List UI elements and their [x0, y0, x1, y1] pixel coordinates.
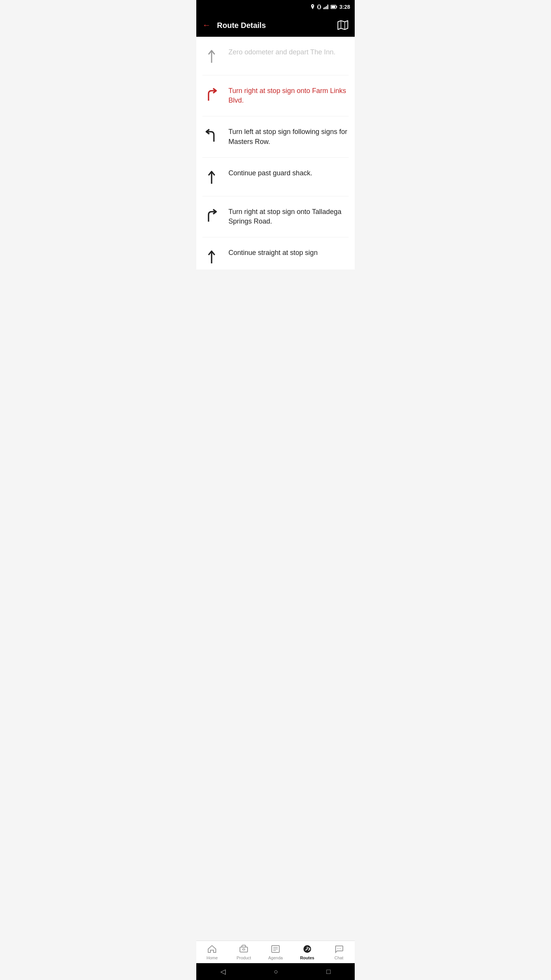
route-item-4: Continue past guard shack.	[202, 158, 349, 196]
svg-rect-2	[321, 6, 321, 8]
svg-rect-8	[336, 6, 337, 8]
arrow-up-black-icon	[206, 170, 217, 185]
svg-rect-3	[323, 8, 324, 9]
back-button[interactable]: ←	[202, 20, 211, 30]
vibrate-icon	[317, 4, 321, 10]
svg-rect-1	[317, 6, 318, 8]
route-icon-4	[202, 168, 221, 185]
svg-rect-5	[326, 6, 327, 9]
svg-rect-0	[318, 5, 320, 9]
route-text-2: Turn right at stop sign onto Farm Links …	[228, 86, 349, 105]
route-list: Zero odometer and depart The Inn. Turn r…	[196, 37, 355, 270]
status-bar: 3:28	[196, 0, 355, 14]
status-icons: 3:28	[310, 4, 350, 10]
route-item-6: Continue straight at stop sign	[202, 237, 349, 270]
route-icon-1	[202, 47, 221, 64]
location-icon	[310, 4, 315, 10]
battery-icon	[331, 5, 337, 9]
route-item-2: Turn right at stop sign onto Farm Links …	[202, 75, 349, 116]
arrow-right-black-icon	[204, 209, 219, 224]
route-text-5: Turn right at stop sign onto Talladega S…	[228, 207, 349, 226]
signal-icon	[323, 5, 329, 9]
page-title: Route Details	[217, 21, 337, 30]
app-header: ← Route Details	[196, 14, 355, 37]
route-icon-2	[202, 86, 221, 103]
arrow-up-gray-icon	[206, 49, 217, 64]
route-icon-5	[202, 207, 221, 224]
route-item-1: Zero odometer and depart The Inn.	[202, 37, 349, 75]
route-icon-6	[202, 248, 221, 265]
status-time: 3:28	[339, 4, 350, 10]
svg-rect-6	[327, 5, 328, 9]
map-icon[interactable]	[337, 20, 349, 30]
svg-rect-9	[331, 6, 335, 8]
route-icon-3	[202, 127, 221, 144]
route-text-3: Turn left at stop sign following signs f…	[228, 127, 349, 146]
arrow-left-icon	[204, 129, 219, 144]
svg-rect-4	[324, 7, 326, 9]
route-item-3: Turn left at stop sign following signs f…	[202, 116, 349, 157]
route-text-1: Zero odometer and depart The Inn.	[228, 47, 349, 57]
route-item-5: Turn right at stop sign onto Talladega S…	[202, 196, 349, 237]
route-text-6: Continue straight at stop sign	[228, 248, 349, 258]
arrow-up-black2-icon	[206, 250, 217, 265]
route-text-4: Continue past guard shack.	[228, 168, 349, 178]
route-details-content: Zero odometer and depart The Inn. Turn r…	[196, 37, 355, 315]
arrow-right-red-icon	[204, 88, 219, 103]
